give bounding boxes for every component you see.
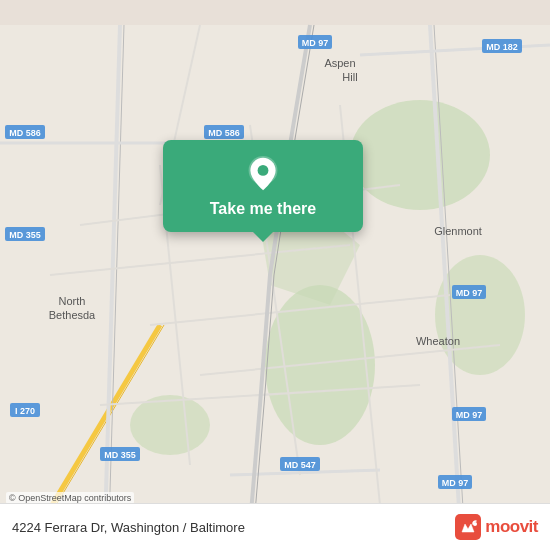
- svg-point-1: [350, 100, 490, 210]
- svg-text:MD 97: MD 97: [302, 38, 329, 48]
- svg-text:Bethesda: Bethesda: [49, 309, 96, 321]
- svg-text:North: North: [59, 295, 86, 307]
- svg-point-3: [130, 395, 210, 455]
- svg-text:I 270: I 270: [15, 406, 35, 416]
- svg-text:MD 97: MD 97: [442, 478, 469, 488]
- map-container: MD 97 MD 182 MD 586 MD 586 MD 355 MD 97 …: [0, 0, 550, 550]
- take-me-there-label: Take me there: [210, 200, 316, 218]
- take-me-there-popup[interactable]: Take me there: [163, 140, 363, 232]
- svg-text:MD 182: MD 182: [486, 42, 518, 52]
- moovit-logo[interactable]: moovit: [455, 514, 538, 540]
- svg-text:MD 586: MD 586: [9, 128, 41, 138]
- svg-rect-54: [455, 514, 481, 540]
- svg-text:Glenmont: Glenmont: [434, 225, 482, 237]
- svg-text:MD 97: MD 97: [456, 288, 483, 298]
- location-pin-icon: [245, 156, 281, 192]
- address-text: 4224 Ferrara Dr, Washington / Baltimore: [12, 520, 245, 535]
- svg-text:MD 97: MD 97: [456, 410, 483, 420]
- svg-text:Hill: Hill: [342, 71, 357, 83]
- svg-text:MD 547: MD 547: [284, 460, 316, 470]
- bottom-bar: 4224 Ferrara Dr, Washington / Baltimore …: [0, 503, 550, 550]
- svg-text:Aspen: Aspen: [324, 57, 355, 69]
- svg-text:MD 586: MD 586: [208, 128, 240, 138]
- svg-text:MD 355: MD 355: [104, 450, 136, 460]
- moovit-brand-icon: [455, 514, 481, 540]
- svg-text:MD 355: MD 355: [9, 230, 41, 240]
- map-background: MD 97 MD 182 MD 586 MD 586 MD 355 MD 97 …: [0, 0, 550, 550]
- moovit-text: moovit: [485, 517, 538, 537]
- svg-text:Wheaton: Wheaton: [416, 335, 460, 347]
- svg-point-53: [258, 165, 269, 176]
